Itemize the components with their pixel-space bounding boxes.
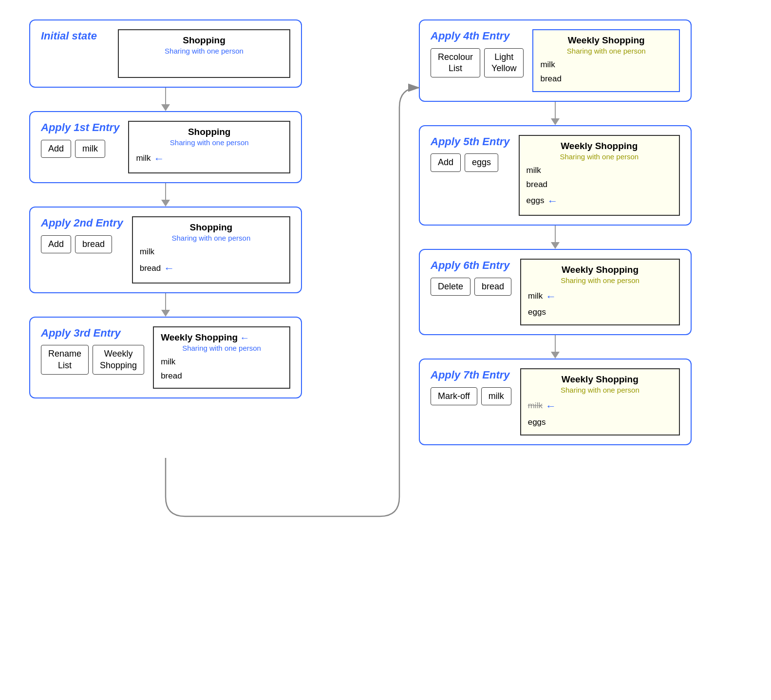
right-column: Apply 4th Entry RecolourList LightYellow…: [419, 19, 692, 445]
entry4-content: Weekly Shopping Sharing with one person …: [532, 29, 680, 92]
entry3-item-milk: milk: [161, 355, 282, 369]
entry1-list-title: Shopping: [136, 127, 282, 137]
entry4-item-bread: bread: [540, 72, 672, 86]
arrow-down-1: [161, 88, 170, 111]
entry3-list-subtitle: Sharing with one person: [161, 344, 282, 352]
entry3-state-row: Apply 3rd Entry RenameList WeeklyShoppin…: [29, 317, 302, 399]
entry2-list-title: Shopping: [140, 222, 282, 233]
entry2-left: Apply 2nd Entry Add bread: [41, 216, 123, 253]
entry4-action: RecolourList LightYellow: [431, 48, 524, 78]
entry7-item-milk: milk ←: [528, 397, 672, 415]
entry6-content: Weekly Shopping Sharing with one person …: [520, 259, 680, 325]
entry5-state-row: Apply 5th Entry Add eggs Weekly Shopping…: [419, 125, 692, 249]
entry1-label: Apply 1st Entry: [41, 121, 119, 135]
entry5-content: Weekly Shopping Sharing with one person …: [519, 135, 680, 216]
initial-state-content: Shopping Sharing with one person: [118, 29, 290, 78]
entry4-item-milk: milk: [540, 58, 672, 72]
arrowhead-5: [551, 242, 560, 249]
entry7-state-row: Apply 7th Entry Mark-off milk Weekly Sho…: [419, 359, 692, 445]
entry6-state-box: Apply 6th Entry Delete bread Weekly Shop…: [419, 249, 692, 335]
entry4-left: Apply 4th Entry RecolourList LightYellow: [431, 29, 524, 77]
entry3-content: Weekly Shopping ← Sharing with one perso…: [153, 326, 290, 389]
entry4-list-title: Weekly Shopping: [540, 35, 672, 46]
bread-arrow-2: ←: [164, 259, 174, 277]
entry6-left: Apply 6th Entry Delete bread: [431, 259, 511, 296]
diagram-container: Initial state Shopping Sharing with one …: [0, 0, 771, 700]
initial-state-box: Initial state Shopping Sharing with one …: [29, 19, 302, 88]
entry3-list-title: Weekly Shopping: [161, 332, 238, 343]
entry2-list-card: Shopping Sharing with one person milk br…: [132, 216, 290, 283]
entry2-action-verb: Add: [41, 235, 71, 253]
entry7-content: Weekly Shopping Sharing with one person …: [520, 368, 680, 435]
entry5-label: Apply 5th Entry: [431, 135, 510, 149]
arrowhead-4: [551, 118, 560, 125]
entry3-action-value: WeeklyShopping: [93, 345, 144, 375]
eggs-arrow-5: ←: [547, 192, 558, 210]
entry2-list-subtitle: Sharing with one person: [140, 234, 282, 242]
vline-2: [165, 183, 166, 200]
entry3-item-bread: bread: [161, 369, 282, 383]
entry4-state-box: Apply 4th Entry RecolourList LightYellow…: [419, 19, 692, 102]
initial-state-row: Initial state Shopping Sharing with one …: [29, 19, 302, 111]
entry5-action-value: eggs: [465, 153, 498, 171]
entry2-item-bread: bread ←: [140, 259, 282, 277]
entry5-action: Add eggs: [431, 153, 510, 171]
entry6-action-value: bread: [474, 278, 511, 296]
initial-list-card: Shopping Sharing with one person: [118, 29, 290, 78]
entry4-label: Apply 4th Entry: [431, 29, 524, 43]
entry7-state-box: Apply 7th Entry Mark-off milk Weekly Sho…: [419, 359, 692, 445]
entry2-label: Apply 2nd Entry: [41, 216, 123, 230]
entry2-list-items: milk bread ←: [140, 245, 282, 277]
entry7-list-title: Weekly Shopping: [528, 374, 672, 385]
entry1-item-milk: milk ←: [136, 150, 282, 168]
entry3-state-box: Apply 3rd Entry RenameList WeeklyShoppin…: [29, 317, 302, 399]
entry6-list-card: Weekly Shopping Sharing with one person …: [520, 259, 680, 325]
entry7-list-card: Weekly Shopping Sharing with one person …: [520, 368, 680, 435]
entry1-list-card: Shopping Sharing with one person milk ←: [128, 121, 290, 173]
left-column: Initial state Shopping Sharing with one …: [29, 19, 302, 398]
arrowhead-1: [161, 104, 170, 111]
entry3-list-items: milk bread: [161, 355, 282, 383]
vline-4: [555, 102, 556, 118]
entry7-item-eggs: eggs: [528, 416, 672, 430]
milk-arrow-1: ←: [154, 150, 165, 168]
entry4-list-items: milk bread: [540, 58, 672, 86]
entry3-left: Apply 3rd Entry RenameList WeeklyShoppin…: [41, 326, 144, 375]
vline-6: [555, 335, 556, 352]
entry6-action: Delete bread: [431, 278, 511, 296]
entry1-list-items: milk ←: [136, 150, 282, 168]
entry6-item-milk: milk ←: [528, 287, 672, 305]
title-arrow-3: ←: [240, 332, 249, 343]
entry3-label: Apply 3rd Entry: [41, 326, 144, 341]
entry4-state-row: Apply 4th Entry RecolourList LightYellow…: [419, 19, 692, 125]
entry6-state-row: Apply 6th Entry Delete bread Weekly Shop…: [419, 249, 692, 359]
entry7-action-value: milk: [481, 387, 511, 405]
arrowhead-3: [161, 310, 170, 317]
entry6-label: Apply 6th Entry: [431, 259, 511, 273]
entry1-list-subtitle: Sharing with one person: [136, 138, 282, 147]
entry1-state-row: Apply 1st Entry Add milk Shopping Sharin…: [29, 111, 302, 207]
entry3-action: RenameList WeeklyShopping: [41, 345, 144, 375]
entry1-left: Apply 1st Entry Add milk: [41, 121, 119, 158]
entry3-title-row: Weekly Shopping ←: [161, 332, 282, 344]
arrowhead-6: [551, 352, 560, 359]
entry6-list-title: Weekly Shopping: [528, 265, 672, 275]
entry6-list-subtitle: Sharing with one person: [528, 276, 672, 284]
entry5-item-milk: milk: [527, 164, 672, 178]
entry4-list-subtitle: Sharing with one person: [540, 47, 672, 55]
entry6-list-items: milk ← eggs: [528, 287, 672, 320]
entry1-action-value: milk: [75, 140, 105, 158]
entry2-action-value: bread: [75, 235, 112, 253]
entry5-list-card: Weekly Shopping Sharing with one person …: [519, 135, 680, 216]
milk-arrow-6: ←: [545, 287, 556, 305]
entry1-state-box: Apply 1st Entry Add milk Shopping Sharin…: [29, 111, 302, 183]
entry7-left: Apply 7th Entry Mark-off milk: [431, 368, 511, 405]
entry7-action-verb: Mark-off: [431, 387, 477, 405]
entry1-action: Add milk: [41, 140, 119, 158]
vline-5: [555, 226, 556, 242]
entry7-list-subtitle: Sharing with one person: [528, 386, 672, 394]
entry4-action-verb: RecolourList: [431, 48, 480, 78]
initial-list-title: Shopping: [126, 35, 282, 46]
entry4-list-card: Weekly Shopping Sharing with one person …: [532, 29, 680, 92]
initial-list-subtitle: Sharing with one person: [126, 47, 282, 55]
